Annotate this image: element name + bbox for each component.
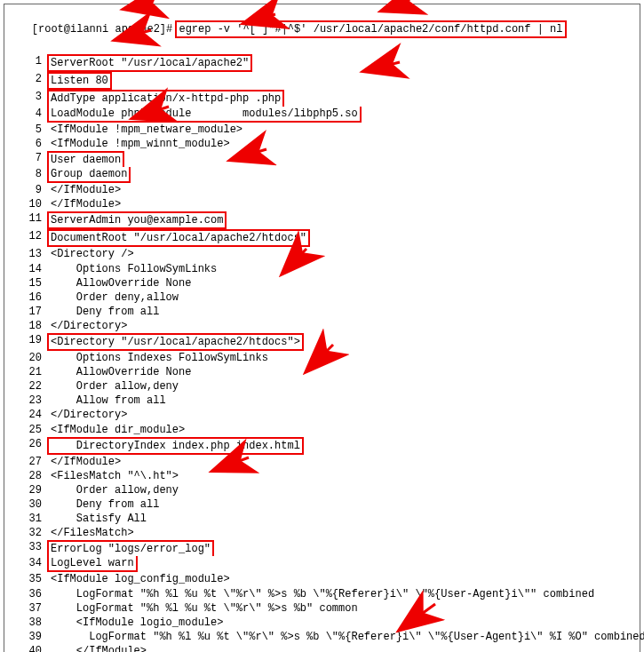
line-number: 18 [6,319,51,333]
output-line: 11ServerAdmin you@example.com [6,211,638,229]
line-number: 11 [6,211,51,229]
line-text: Deny from all [51,497,638,512]
highlight-box: LoadModule php5_module modules/libphp5.s… [47,107,362,123]
highlight-box: DirectoryIndex index.php index.html [47,437,304,455]
line-number: 36 [6,587,51,601]
output-line: 14 Options FollowSymLinks [6,262,638,276]
output-lines: 1ServerRoot "/usr/local/apache2"2Listen … [6,54,638,652]
line-number: 31 [6,512,51,526]
line-text: <IfModule dir_module> [51,423,638,437]
highlight-box: ErrorLog "logs/error_log" [47,540,214,556]
line-number: 14 [6,262,51,276]
line-number: 20 [6,351,51,365]
line-text: AddType application/x-httpd-php .php [51,90,638,106]
line-number: 16 [6,290,51,305]
line-number: 21 [6,365,51,379]
line-number: 25 [6,423,51,437]
line-text: DocumentRoot "/usr/local/apache2/htdocs" [51,229,638,247]
line-number: 10 [6,197,51,211]
line-text: <FilesMatch "^\.ht"> [51,469,638,483]
line-text: Order deny,allow [51,290,638,305]
prompt-command: egrep -v '^[ ]*#|^$' /usr/local/apache2/… [175,20,566,38]
output-line: 7User daemon [6,151,638,167]
highlight-box: LogLevel warn [47,556,138,572]
line-number: 27 [6,455,51,469]
output-line: 1ServerRoot "/usr/local/apache2" [6,54,638,72]
output-line: 21 AllowOverride None [6,365,638,379]
output-line: 15 AllowOverride None [6,276,638,290]
line-number: 5 [6,123,51,137]
line-text: Group daemon [51,167,638,183]
line-number: 22 [6,379,51,394]
line-text: </IfModule> [51,197,638,211]
line-number: 6 [6,137,51,151]
output-line: 13<Directory /> [6,247,638,261]
output-line: 3AddType application/x-httpd-php .php [6,90,638,106]
line-text: ServerRoot "/usr/local/apache2" [51,54,638,72]
line-number: 29 [6,483,51,497]
line-number: 3 [6,90,51,106]
line-number: 1 [6,54,51,72]
line-text: LogFormat "%h %l %u %t \"%r\" %>s %b" co… [51,601,638,616]
output-line: 37 LogFormat "%h %l %u %t \"%r\" %>s %b"… [6,601,638,616]
output-line: 10</IfModule> [6,197,638,211]
line-number: 28 [6,469,51,483]
line-text: Options FollowSymLinks [51,262,638,276]
command-prompt: [root@ilanni apache2]# egrep -v '^[ ]*#|… [6,6,638,52]
output-line: 23 Allow from all [6,394,638,408]
highlight-box: ServerAdmin you@example.com [47,211,227,229]
output-line: 28<FilesMatch "^\.ht"> [6,469,638,483]
line-text: LogFormat "%h %l %u %t \"%r\" %>s %b \"%… [51,630,644,644]
line-number: 13 [6,247,51,261]
output-line: 8Group daemon [6,167,638,183]
line-text: <IfModule !mpm_winnt_module> [51,137,638,151]
line-text: Satisfy All [51,512,638,526]
output-line: 33ErrorLog "logs/error_log" [6,540,638,556]
line-number: 38 [6,616,51,630]
output-line: 2Listen 80 [6,72,638,90]
line-text: <Directory /> [51,247,638,261]
line-text: </IfModule> [51,455,638,469]
output-line: 22 Order allow,deny [6,379,638,394]
output-line: 25<IfModule dir_module> [6,423,638,437]
output-line: 36 LogFormat "%h %l %u %t \"%r\" %>s %b … [6,587,638,601]
line-text: <Directory "/usr/local/apache2/htdocs"> [51,333,638,351]
line-text: <IfModule !mpm_netware_module> [51,123,638,137]
line-number: 7 [6,151,51,167]
output-line: 34LogLevel warn [6,556,638,572]
highlight-box: Listen 80 [47,72,112,90]
line-number: 30 [6,497,51,512]
line-text: ErrorLog "logs/error_log" [51,540,638,556]
line-number: 37 [6,601,51,616]
output-line: 29 Order allow,deny [6,483,638,497]
line-text: DirectoryIndex index.php index.html [51,437,638,455]
line-text: AllowOverride None [51,276,638,290]
line-text: User daemon [51,151,638,167]
output-line: 19<Directory "/usr/local/apache2/htdocs"… [6,333,638,351]
line-text: Deny from all [51,305,638,319]
output-line: 32</FilesMatch> [6,526,638,540]
output-line: 6<IfModule !mpm_winnt_module> [6,137,638,151]
output-line: 27</IfModule> [6,455,638,469]
line-number: 40 [6,644,51,652]
line-number: 32 [6,526,51,540]
line-number: 4 [6,107,51,123]
output-line: 20 Options Indexes FollowSymLinks [6,351,638,365]
line-number: 24 [6,408,51,422]
output-line: 18</Directory> [6,319,638,333]
prompt-user-host: [root@ilanni apache2]# [32,23,172,36]
line-text: Order allow,deny [51,483,638,497]
line-number: 39 [6,630,51,644]
line-text: </IfModule> [51,644,638,652]
highlight-box: ServerRoot "/usr/local/apache2" [47,54,252,72]
line-text: Order allow,deny [51,379,638,394]
line-text: LogLevel warn [51,556,638,572]
output-line: 12DocumentRoot "/usr/local/apache2/htdoc… [6,229,638,247]
highlight-box: DocumentRoot "/usr/local/apache2/htdocs" [47,229,310,247]
line-text: <IfModule log_config_module> [51,572,638,586]
line-number: 23 [6,394,51,408]
line-number: 8 [6,167,51,183]
line-text: LogFormat "%h %l %u %t \"%r\" %>s %b \"%… [51,587,638,601]
output-line: 40 </IfModule> [6,644,638,652]
output-line: 39 LogFormat "%h %l %u %t \"%r\" %>s %b … [6,630,638,644]
